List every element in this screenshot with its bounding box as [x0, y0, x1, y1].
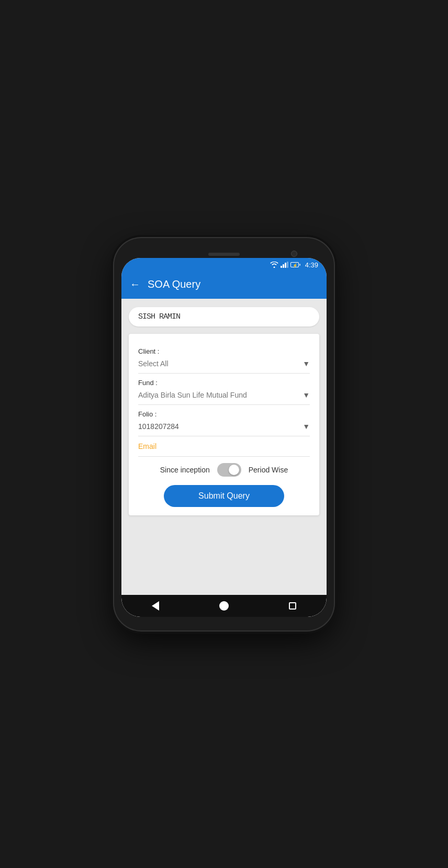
time-display: 4:39 [305, 261, 318, 269]
content-area: SISH RAMIN Client : Select All ▼ Fund : … [121, 299, 327, 595]
screen: ⚡ 4:39 ← SOA Query SISH RAMIN Client : [121, 258, 327, 617]
client-field: Client : Select All ▼ [138, 342, 310, 374]
submit-button[interactable]: Submit Query [164, 485, 284, 507]
nav-bar [121, 595, 327, 617]
app-bar: ← SOA Query [121, 272, 327, 299]
status-icons: ⚡ 4:39 [270, 261, 318, 269]
folio-dropdown-icon: ▼ [303, 422, 310, 431]
svg-text:⚡: ⚡ [293, 263, 298, 268]
email-link[interactable]: Email [138, 440, 156, 453]
nav-home-button[interactable] [218, 600, 230, 612]
status-bar: ⚡ 4:39 [121, 258, 327, 272]
app-bar-title: SOA Query [148, 278, 200, 290]
toggle-row: Since inception Period Wise [138, 457, 310, 481]
folio-value: 1018207284 [138, 422, 179, 431]
search-value: SISH RAMIN [138, 312, 180, 321]
fund-select[interactable]: Aditya Birla Sun Life Mutual Fund ▼ [138, 391, 310, 399]
client-dropdown-icon: ▼ [303, 359, 310, 368]
nav-recent-button[interactable] [287, 600, 298, 612]
back-button[interactable]: ← [130, 278, 140, 290]
since-inception-label: Since inception [160, 466, 210, 474]
form-card: Client : Select All ▼ Fund : Aditya Birl… [129, 334, 319, 515]
folio-label: Folio : [138, 410, 310, 418]
nav-back-button[interactable] [150, 600, 161, 612]
period-wise-label: Period Wise [249, 466, 288, 474]
folio-field: Folio : 1018207284 ▼ [138, 405, 310, 436]
fund-field: Fund : Aditya Birla Sun Life Mutual Fund… [138, 374, 310, 405]
back-triangle-icon [152, 601, 159, 611]
fund-label: Fund : [138, 379, 310, 387]
period-toggle[interactable] [217, 463, 241, 477]
search-bar[interactable]: SISH RAMIN [129, 307, 319, 326]
phone-shell: ⚡ 4:39 ← SOA Query SISH RAMIN Client : [114, 238, 334, 630]
fund-dropdown-icon: ▼ [303, 391, 310, 399]
wifi-icon [270, 262, 278, 268]
client-value: Select All [138, 359, 169, 368]
svg-rect-3 [299, 264, 300, 266]
client-label: Client : [138, 347, 310, 355]
fund-value: Aditya Birla Sun Life Mutual Fund [138, 391, 247, 399]
email-field: Email [138, 436, 310, 457]
battery-icon: ⚡ [290, 262, 301, 268]
folio-select[interactable]: 1018207284 ▼ [138, 422, 310, 431]
home-circle-icon [219, 601, 229, 611]
toggle-knob [229, 465, 239, 475]
client-select[interactable]: Select All ▼ [138, 359, 310, 368]
signal-icon [281, 262, 288, 268]
recent-square-icon [289, 602, 296, 610]
